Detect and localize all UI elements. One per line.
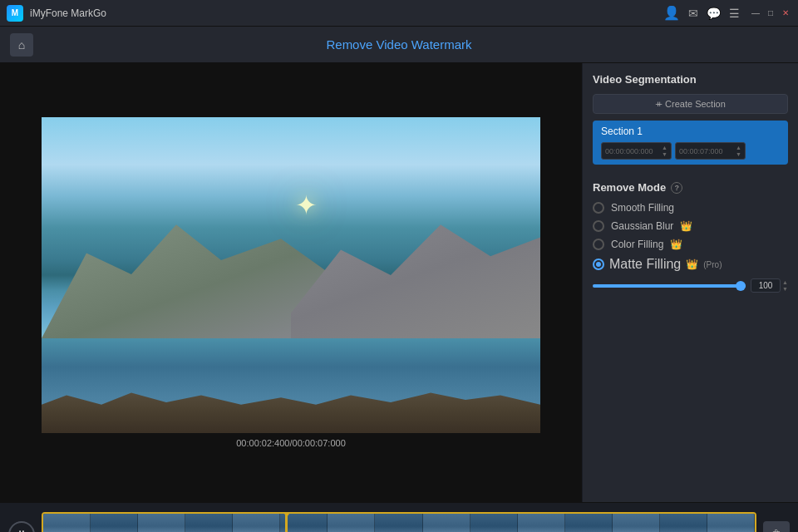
frame-9 — [423, 514, 470, 533]
maximize-button[interactable]: □ — [765, 7, 776, 19]
slider-up[interactable]: ▲ — [782, 279, 788, 286]
timeline-frames — [43, 514, 755, 533]
video-timestamp: 00:00:02:400/00:00:07:000 — [236, 438, 346, 448]
help-icon[interactable]: ? — [671, 182, 682, 194]
smooth-filling-option[interactable]: Smooth Filling — [593, 202, 788, 214]
home-icon: ⌂ — [18, 38, 25, 52]
matte-slider-track[interactable] — [593, 284, 746, 288]
frame-13 — [613, 514, 660, 533]
title-bar: M iMyFone MarkGo 👤 ✉ 💬 ☰ — □ ✕ — [0, 0, 798, 27]
slider-spinner[interactable]: ▲ ▼ — [782, 279, 788, 292]
matte-slider-row: 100 ▲ ▼ — [593, 278, 788, 293]
frame-15 — [707, 514, 755, 533]
video-player[interactable] — [42, 117, 540, 433]
slider-value-input[interactable]: 100 — [751, 278, 781, 293]
color-filling-label: Color Filling — [611, 239, 663, 250]
close-button[interactable]: ✕ — [780, 7, 791, 19]
gaussian-blur-crown: 👑 — [680, 220, 692, 232]
gaussian-blur-option[interactable]: Gaussian Blur 👑 — [593, 220, 788, 232]
mail-icon[interactable]: ✉ — [688, 7, 698, 20]
delete-icon: 🗑 — [771, 528, 782, 533]
create-section-button[interactable]: + + Create Section — [593, 94, 788, 114]
gaussian-blur-radio[interactable] — [593, 220, 604, 232]
main-area: 00:00:02:400/00:00:07:000 Video Segmenta… — [0, 63, 798, 502]
spinner-up[interactable]: ▲ — [662, 145, 667, 151]
spinner-up-end[interactable]: ▲ — [736, 145, 741, 151]
timeline-area: ⏸ 🗑 — [0, 502, 798, 532]
slider-value-display: 100 ▲ ▼ — [751, 278, 788, 293]
user-icon[interactable]: 👤 — [663, 5, 680, 21]
color-filling-radio[interactable] — [593, 239, 604, 250]
slider-thumb[interactable] — [736, 281, 746, 291]
remove-mode-section: Remove Mode ? Smooth Filling Gaussian Bl… — [593, 181, 788, 293]
frame-14 — [660, 514, 707, 533]
minimize-button[interactable]: — — [750, 7, 761, 19]
play-pause-button[interactable]: ⏸ — [8, 521, 35, 533]
titlebar-icons: 👤 ✉ 💬 ☰ — [663, 5, 740, 21]
page-title: Remove Video Watermark — [326, 37, 471, 52]
video-area: 00:00:02:400/00:00:07:000 — [0, 63, 582, 502]
frame-11 — [518, 514, 565, 533]
frame-5 — [233, 514, 280, 533]
frame-7 — [328, 514, 375, 533]
gaussian-blur-label: Gaussian Blur — [611, 220, 673, 232]
matte-filling-label: Matte Filling — [609, 257, 681, 272]
slider-down[interactable]: ▼ — [782, 286, 788, 293]
frame-8 — [375, 514, 422, 533]
right-panel: Video Segmentation + + Create Section Se… — [582, 63, 798, 502]
header: ⌂ Remove Video Watermark — [0, 27, 798, 63]
video-background — [42, 117, 540, 433]
frame-3 — [138, 514, 185, 533]
start-time-input[interactable]: 00:00:000:000 ▲ ▼ — [601, 142, 672, 160]
frame-10 — [470, 514, 518, 533]
color-filling-option[interactable]: Color Filling 👑 — [593, 239, 788, 250]
matte-filling-row[interactable]: Matte Filling 👑 (Pro) — [593, 257, 788, 272]
end-time-input[interactable]: 00:00:07:000 ▲ ▼ — [675, 142, 746, 160]
end-time-spinner[interactable]: ▲ ▼ — [736, 145, 741, 157]
remove-mode-title: Remove Mode ? — [593, 181, 788, 194]
start-time-spinner[interactable]: ▲ ▼ — [662, 145, 667, 157]
spinner-down[interactable]: ▼ — [662, 151, 667, 158]
window-controls: — □ ✕ — [750, 7, 791, 19]
home-button[interactable]: ⌂ — [10, 33, 33, 57]
matte-filling-radio[interactable] — [593, 259, 604, 270]
section-1-item[interactable]: Section 1 00:00:000:000 ▲ ▼ 00:00:07:000… — [593, 121, 788, 165]
delete-button[interactable]: 🗑 — [763, 521, 790, 533]
slider-fill — [593, 284, 746, 288]
pause-icon: ⏸ — [16, 528, 27, 533]
frame-12 — [565, 514, 613, 533]
app-logo: M — [7, 5, 23, 22]
smooth-filling-label: Smooth Filling — [611, 202, 674, 214]
time-range: 00:00:000:000 ▲ ▼ 00:00:07:000 ▲ ▼ — [601, 142, 780, 160]
spinner-down-end[interactable]: ▼ — [736, 151, 741, 158]
pro-badge: (Pro) — [703, 260, 722, 269]
frame-2 — [91, 514, 138, 533]
segmentation-title: Video Segmentation — [593, 73, 788, 86]
mountain-right — [291, 212, 540, 338]
matte-filling-crown: 👑 — [686, 259, 698, 270]
timeline-cursor[interactable] — [285, 512, 288, 533]
chat-icon[interactable]: 💬 — [707, 7, 721, 20]
frame-1 — [43, 514, 91, 533]
frame-4 — [185, 514, 233, 533]
smooth-filling-radio[interactable] — [593, 202, 604, 214]
color-filling-crown: 👑 — [670, 239, 682, 250]
timeline-track[interactable] — [42, 512, 756, 533]
app-name: iMyFone MarkGo — [30, 7, 663, 19]
menu-icon[interactable]: ☰ — [729, 7, 740, 20]
